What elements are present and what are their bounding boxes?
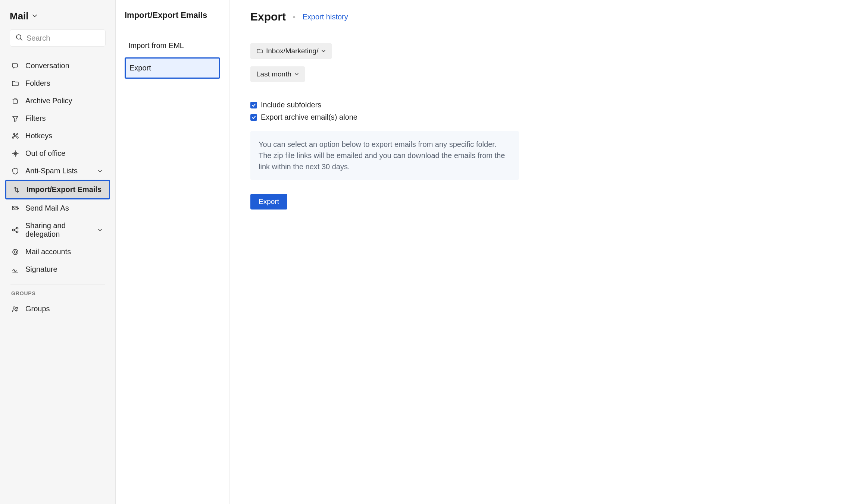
transfer-icon xyxy=(12,186,21,194)
at-icon xyxy=(11,248,19,256)
separator-dot: ● xyxy=(293,14,296,20)
main-content: Export ● Export history Inbox/Marketing/… xyxy=(229,0,847,504)
chevron-down-icon xyxy=(321,47,326,55)
svg-point-7 xyxy=(16,307,18,309)
shield-icon xyxy=(11,167,19,175)
checkbox-checked-icon xyxy=(250,102,257,108)
svg-point-0 xyxy=(16,35,21,39)
svg-point-6 xyxy=(13,307,15,309)
export-button[interactable]: Export xyxy=(250,194,287,210)
sidebar-title-dropdown[interactable]: Mail xyxy=(5,10,110,29)
sidebar-item-filters[interactable]: Filters xyxy=(5,110,110,127)
search-input[interactable] xyxy=(26,34,116,42)
sidebar-item-label: Conversation xyxy=(25,62,69,70)
sidebar-item-label: Sharing and delegation xyxy=(25,221,90,239)
main-header: Export ● Export history xyxy=(250,10,826,23)
group-icon xyxy=(11,305,19,313)
sidebar-item-groups[interactable]: Groups xyxy=(5,300,110,318)
chevron-down-icon xyxy=(96,167,104,175)
chevron-down-icon xyxy=(96,226,104,234)
sidebar-item-label: Signature xyxy=(25,265,57,274)
checkbox-label: Export archive email(s) alone xyxy=(261,113,357,122)
folder-selector[interactable]: Inbox/Marketing/ xyxy=(250,43,332,59)
subpanel: Import/Export Emails Import from EML Exp… xyxy=(116,0,229,504)
subpanel-item-label: Import from EML xyxy=(128,41,184,50)
archive-icon xyxy=(11,97,19,105)
sidebar-item-label: Archive Policy xyxy=(25,97,72,105)
sidebar-item-label: Mail accounts xyxy=(25,248,71,256)
folder-icon xyxy=(256,48,263,54)
checkbox-checked-icon xyxy=(250,114,257,121)
sidebar-item-label: Import/Export Emails xyxy=(26,185,101,194)
sidebar-item-out-of-office[interactable]: Out of office xyxy=(5,145,110,162)
sidebar-item-mail-accounts[interactable]: Mail accounts xyxy=(5,243,110,261)
sidebar-item-hotkeys[interactable]: Hotkeys xyxy=(5,127,110,145)
export-archive-checkbox[interactable]: Export archive email(s) alone xyxy=(250,113,826,122)
date-range-selector[interactable]: Last month xyxy=(250,66,305,82)
sidebar: Mail Conversation Folders Archive P xyxy=(0,0,116,504)
chevron-down-icon xyxy=(32,12,38,21)
subpanel-item-label: Export xyxy=(129,64,151,72)
signature-icon xyxy=(11,265,19,274)
groups-nav-list: Groups xyxy=(5,300,110,318)
search-icon xyxy=(15,34,23,43)
include-subfolders-checkbox[interactable]: Include subfolders xyxy=(250,101,826,109)
search-box[interactable] xyxy=(10,29,106,47)
subpanel-item-import-eml[interactable]: Import from EML xyxy=(125,36,220,55)
folder-selector-value: Inbox/Marketing/ xyxy=(266,47,318,55)
sidebar-item-label: Out of office xyxy=(25,149,65,158)
subpanel-item-export[interactable]: Export xyxy=(125,57,220,79)
share-icon xyxy=(11,226,19,234)
sidebar-item-signature[interactable]: Signature xyxy=(5,261,110,278)
nav-list: Conversation Folders Archive Policy Filt… xyxy=(5,57,110,278)
command-icon xyxy=(11,132,19,140)
checkbox-label: Include subfolders xyxy=(261,101,321,109)
chevron-down-icon xyxy=(294,70,299,78)
svg-point-5 xyxy=(14,251,16,253)
conversation-icon xyxy=(11,62,19,70)
svg-rect-1 xyxy=(12,206,17,210)
page-title: Export xyxy=(250,10,286,23)
sidebar-item-label: Filters xyxy=(25,114,46,123)
sidebar-item-import-export[interactable]: Import/Export Emails xyxy=(5,180,110,199)
sidebar-item-anti-spam[interactable]: Anti-Spam Lists xyxy=(5,162,110,180)
sidebar-item-send-mail-as[interactable]: Send Mail As xyxy=(5,199,110,217)
sidebar-item-conversation[interactable]: Conversation xyxy=(5,57,110,75)
sidebar-item-label: Folders xyxy=(25,79,50,88)
sidebar-item-folders[interactable]: Folders xyxy=(5,75,110,92)
export-history-link[interactable]: Export history xyxy=(302,13,348,21)
filter-icon xyxy=(11,114,19,123)
sidebar-title: Mail xyxy=(10,10,29,22)
divider xyxy=(10,284,105,284)
folder-icon xyxy=(11,79,19,88)
airplane-icon xyxy=(11,149,19,158)
sidebar-item-archive-policy[interactable]: Archive Policy xyxy=(5,92,110,110)
subpanel-title: Import/Export Emails xyxy=(125,10,220,27)
sidebar-item-label: Groups xyxy=(25,305,50,313)
date-range-value: Last month xyxy=(256,70,291,78)
notice-text: You can select an option below to export… xyxy=(250,131,519,180)
sidebar-item-label: Anti-Spam Lists xyxy=(25,167,78,175)
send-as-icon xyxy=(11,204,19,212)
sidebar-item-sharing[interactable]: Sharing and delegation xyxy=(5,217,110,243)
sidebar-item-label: Send Mail As xyxy=(25,204,69,212)
sidebar-item-label: Hotkeys xyxy=(25,132,52,140)
groups-section-label: GROUPS xyxy=(5,290,110,300)
